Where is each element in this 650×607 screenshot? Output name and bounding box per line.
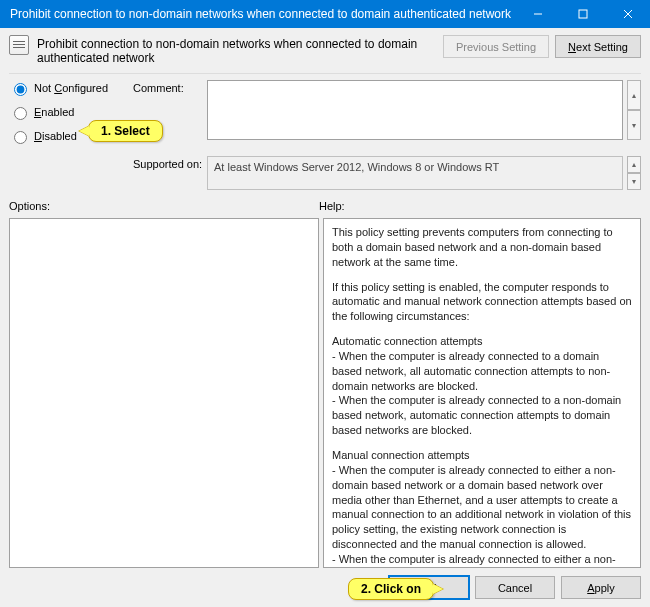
- help-text: - When the computer is already connected…: [332, 463, 632, 552]
- radio-enabled[interactable]: Enabled: [9, 104, 129, 120]
- radio-enabled-input[interactable]: [14, 107, 27, 120]
- help-text: If this policy setting is enabled, the c…: [332, 280, 632, 325]
- svg-rect-1: [579, 10, 587, 18]
- radio-not-configured-label: Not Configured: [34, 82, 108, 94]
- annotation-select: 1. Select: [88, 120, 163, 142]
- supported-scroll-down[interactable]: ▾: [627, 173, 641, 190]
- radio-not-configured-input[interactable]: [14, 83, 27, 96]
- apply-button[interactable]: Apply: [561, 576, 641, 599]
- help-text: This policy setting prevents computers f…: [332, 225, 632, 270]
- help-text: - When the computer is already connected…: [332, 552, 632, 568]
- maximize-button[interactable]: [560, 0, 605, 28]
- help-label: Help:: [319, 200, 345, 212]
- annotation-click: 2. Click on: [348, 578, 434, 600]
- help-heading: Manual connection attempts: [332, 448, 632, 463]
- help-text: - When the computer is already connected…: [332, 349, 632, 394]
- next-setting-button[interactable]: Next Setting: [555, 35, 641, 58]
- help-heading: Automatic connection attempts: [332, 334, 632, 349]
- supported-on-text: At least Windows Server 2012, Windows 8 …: [207, 156, 623, 190]
- help-pane[interactable]: This policy setting prevents computers f…: [323, 218, 641, 568]
- titlebar: Prohibit connection to non-domain networ…: [0, 0, 650, 28]
- client-area: Prohibit connection to non-domain networ…: [0, 28, 650, 607]
- comment-label: Comment:: [133, 80, 203, 94]
- help-text: - When the computer is already connected…: [332, 393, 632, 438]
- radio-enabled-label: Enabled: [34, 106, 74, 118]
- comment-input[interactable]: [207, 80, 623, 140]
- separator: [9, 73, 641, 74]
- window-controls: [515, 0, 650, 28]
- radio-disabled-label: Disabled: [34, 130, 77, 142]
- policy-title: Prohibit connection to non-domain networ…: [37, 35, 435, 65]
- cancel-button[interactable]: Cancel: [475, 576, 555, 599]
- minimize-button[interactable]: [515, 0, 560, 28]
- supported-scroll-up[interactable]: ▴: [627, 156, 641, 173]
- supported-label: Supported on:: [133, 156, 203, 170]
- window-title: Prohibit connection to non-domain networ…: [10, 7, 511, 21]
- comment-scroll-down[interactable]: ▾: [627, 110, 641, 140]
- policy-icon: [9, 35, 29, 55]
- options-pane: [9, 218, 319, 568]
- radio-disabled-input[interactable]: [14, 131, 27, 144]
- comment-scroll-up[interactable]: ▴: [627, 80, 641, 110]
- radio-not-configured[interactable]: Not Configured: [9, 80, 129, 96]
- close-button[interactable]: [605, 0, 650, 28]
- options-label: Options:: [9, 200, 319, 212]
- previous-setting-button: Previous Setting: [443, 35, 549, 58]
